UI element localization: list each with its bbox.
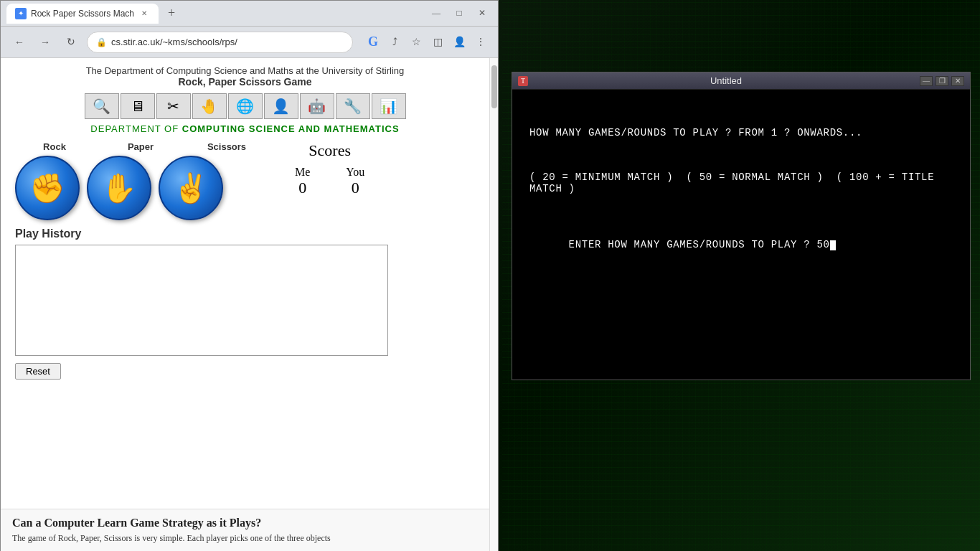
bottom-bar-text: The game of Rock, Paper, Scissors is ver… [12, 532, 478, 545]
terminal-line-3: ENTER HOW MANY GAMES/ROUNDS TO PLAY ? 50 [529, 227, 953, 262]
account-icon[interactable]: 👤 [451, 34, 468, 51]
site-icon-scissors-pic: ✂ [156, 93, 191, 119]
rock-button[interactable]: ✊ [15, 156, 80, 220]
scrollbar-thumb[interactable] [491, 65, 497, 108]
forward-button[interactable]: → [35, 32, 55, 52]
scores-title: Scores [308, 141, 351, 160]
score-me: Me 0 [295, 166, 310, 197]
scores-row: Me 0 You 0 [295, 166, 364, 197]
window-controls: — □ ✕ [426, 4, 492, 24]
reload-button[interactable]: ↻ [61, 32, 81, 52]
chrome-titlebar: ✦ Rock Paper Scissors Mach ✕ + — □ ✕ [1, 1, 498, 27]
site-icon-globe: 🌐 [228, 93, 263, 119]
terminal-cursor [830, 240, 836, 250]
terminal-line-1: HOW MANY GAMES/ROUNDS TO PLAY ? FROM 1 ?… [529, 127, 953, 138]
site-icon-person: 👤 [264, 93, 298, 119]
bottom-bar-title: Can a Computer Learn Game Strategy as it… [12, 517, 478, 529]
new-tab-button[interactable]: + [161, 4, 182, 24]
tab-close-button[interactable]: ✕ [138, 8, 150, 19]
choice-labels: Rock Paper Scissors [15, 141, 259, 152]
terminal-window: T Untitled — ❐ ✕ HOW MANY GAMES/ROUNDS T… [512, 72, 971, 380]
menu-icon[interactable]: ⋮ [472, 34, 489, 51]
scores-area: Scores Me 0 You 0 [295, 141, 364, 197]
terminal-titlebar: T Untitled — ❐ ✕ [512, 72, 970, 90]
browser-content: The Department of Computing Science and … [1, 58, 498, 551]
me-label: Me [295, 166, 310, 179]
you-label: You [346, 166, 364, 179]
reset-button[interactable]: Reset [15, 363, 61, 380]
you-score: 0 [352, 179, 359, 197]
back-button[interactable]: ← [9, 32, 29, 52]
play-history-section: Play History [15, 227, 475, 359]
bottom-info-bar: Can a Computer Learn Game Strategy as it… [1, 509, 489, 551]
tab-favicon: ✦ [15, 8, 27, 19]
dept-text: The Department of Computing Science and … [15, 65, 475, 76]
choices-area: Rock Paper Scissors ✊ ✋ ✌ [15, 141, 259, 220]
terminal-icon: T [518, 76, 528, 86]
site-icon-robot: 🤖 [300, 93, 334, 119]
reset-row: Reset [15, 363, 475, 380]
terminal-close-button[interactable]: ✕ [951, 76, 964, 86]
chrome-addressbar: ← → ↻ 🔒 cs.stir.ac.uk/~kms/schools/rps/ … [1, 27, 498, 58]
paper-button[interactable]: ✋ [87, 156, 151, 220]
browser-window: ✦ Rock Paper Scissors Mach ✕ + — □ ✕ ← →… [0, 0, 499, 551]
terminal-minimize-button[interactable]: — [920, 76, 933, 86]
bookmark-icon[interactable]: ☆ [407, 34, 425, 51]
site-icons: 🔍 🖥 ✂ 🤚 🌐 👤 🤖 🔧 📊 [15, 93, 475, 119]
tab-title: Rock Paper Scissors Mach [31, 9, 134, 19]
rock-label: Rock [22, 141, 87, 152]
browser-tab[interactable]: ✦ Rock Paper Scissors Mach ✕ [6, 4, 159, 24]
maximize-button[interactable]: □ [449, 4, 469, 24]
dept-name-text: COMPUTING SCIENCE AND MATHEMATICS [182, 123, 400, 134]
play-history-title: Play History [15, 227, 475, 240]
scissors-label: Scissors [194, 141, 259, 152]
terminal-body[interactable]: HOW MANY GAMES/ROUNDS TO PLAY ? FROM 1 ?… [512, 90, 970, 380]
terminal-controls: — ❐ ✕ [920, 76, 964, 86]
url-text: cs.stir.ac.uk/~kms/schools/rps/ [111, 37, 344, 47]
dept-banner: DEPARTMENT OF COMPUTING SCIENCE AND MATH… [15, 123, 475, 134]
terminal-line-2: ( 20 = MINIMUM MATCH ) ( 50 = NORMAL MAT… [529, 171, 953, 194]
site-icon-hand: 🤚 [192, 93, 227, 119]
game-title: Rock, Paper Scissors Game [15, 76, 475, 88]
site-icon-magnifier: 🔍 [85, 93, 119, 119]
address-bar[interactable]: 🔒 cs.stir.ac.uk/~kms/schools/rps/ [87, 32, 353, 53]
scissors-button[interactable]: ✌ [159, 156, 223, 220]
terminal-restore-button[interactable]: ❐ [936, 76, 948, 86]
dept-of-text: DEPARTMENT OF [90, 123, 182, 134]
game-area: Rock Paper Scissors ✊ ✋ ✌ Scores [15, 141, 475, 220]
terminal-title: Untitled [532, 75, 920, 86]
google-icon: G [364, 34, 382, 51]
site-icon-computer: 🖥 [121, 93, 155, 119]
extension-icon[interactable]: ◫ [429, 34, 446, 51]
score-you: You 0 [346, 166, 364, 197]
close-button[interactable]: ✕ [472, 4, 492, 24]
play-history-textarea[interactable] [15, 245, 388, 356]
site-header: The Department of Computing Science and … [15, 65, 475, 88]
browser-scrollbar[interactable] [489, 58, 498, 551]
browser-toolbar-icons: G ⤴ ☆ ◫ 👤 ⋮ [364, 34, 489, 51]
site-icon-tools: 🔧 [336, 93, 370, 119]
minimize-button[interactable]: — [426, 4, 446, 24]
site-icon-chart: 📊 [372, 93, 406, 119]
me-score: 0 [298, 179, 306, 197]
paper-label: Paper [108, 141, 173, 152]
choice-buttons: ✊ ✋ ✌ [15, 156, 223, 220]
site-content: The Department of Computing Science and … [1, 58, 489, 387]
share-icon[interactable]: ⤴ [386, 34, 403, 51]
